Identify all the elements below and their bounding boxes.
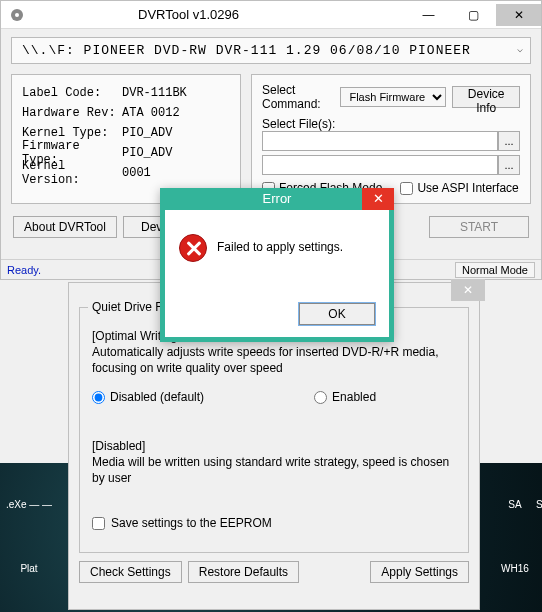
device-info-button[interactable]: Device Info [452,86,520,108]
desktop-icon[interactable]: SA [490,499,540,510]
file-input-1[interactable] [262,131,498,151]
section-desc: Automatically adjusts write speeds for i… [92,344,456,376]
close-button[interactable]: ✕ [362,188,394,210]
enabled-radio[interactable]: Enabled [314,390,376,404]
maximize-button[interactable]: ▢ [451,4,496,26]
info-row: Hardware Rev:ATA 0012 [22,103,230,123]
check-settings-button[interactable]: Check Settings [79,561,182,583]
device-info-box: Label Code:DVR-111BK Hardware Rev:ATA 00… [11,74,241,204]
quiet-drive-group: Quiet Drive Fea [Optimal Writing Automat… [79,307,469,553]
restore-defaults-button[interactable]: Restore Defaults [188,561,299,583]
aspi-checkbox[interactable]: Use ASPI Interface [400,181,518,195]
browse-button[interactable]: ... [498,131,520,151]
device-selector[interactable]: \\.\F: PIONEER DVD-RW DVR-111 1.29 06/08… [11,37,531,64]
error-dialog: Error ✕ Failed to apply settings. OK [160,188,394,342]
ok-button[interactable]: OK [299,303,375,325]
error-message: Failed to apply settings. [217,240,343,254]
section-heading: [Disabled] [92,438,456,454]
status-text: Ready. [7,264,41,276]
desktop-icon[interactable]: WH16 [490,563,540,574]
browse-button[interactable]: ... [498,155,520,175]
desktop-icon[interactable]: SH [518,499,542,510]
info-row: Label Code:DVR-111BK [22,83,230,103]
minimize-button[interactable]: — [406,4,451,26]
save-eeprom-checkbox[interactable]: Save settings to the EEPROM [92,516,456,530]
select-files-label: Select File(s): [262,117,520,131]
apply-settings-button[interactable]: Apply Settings [370,561,469,583]
about-button[interactable]: About DVRTool [13,216,117,238]
command-select[interactable]: Flash Firmware [340,87,446,107]
window-title: DVRTool v1.0296 [31,7,346,22]
mode-indicator: Normal Mode [455,262,535,278]
command-box: Select Command: Flash Firmware Device In… [251,74,531,204]
svg-point-1 [15,13,19,17]
close-button[interactable]: ✕ [496,4,541,26]
titlebar[interactable]: DVRTool v1.0296 — ▢ ✕ [1,1,541,29]
close-button[interactable]: ✕ [451,279,485,301]
app-icon [9,7,25,23]
select-command-label: Select Command: [262,83,334,111]
error-icon [179,234,207,262]
start-button[interactable]: START [429,216,529,238]
chevron-down-icon: ⌵ [517,43,524,55]
info-row: Kernel Version:0001 [22,163,230,183]
desktop-icon[interactable]: .eXe — — [4,499,54,510]
disabled-radio[interactable]: Disabled (default) [92,390,204,404]
file-input-2[interactable] [262,155,498,175]
device-string-text: \\.\F: PIONEER DVD-RW DVR-111 1.29 06/08… [22,43,471,58]
dialog-title[interactable]: Error ✕ [160,188,394,210]
desktop-icon[interactable]: Plat [4,563,54,574]
section-desc: Media will be written using standard wri… [92,454,456,486]
